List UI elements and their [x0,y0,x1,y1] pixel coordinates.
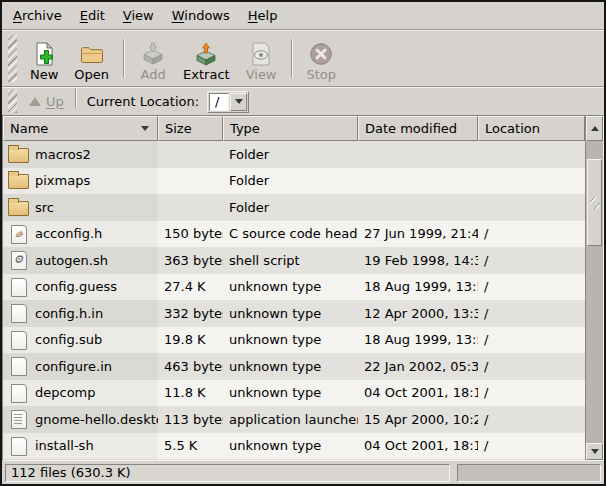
menu-windows[interactable]: Windows [163,2,239,29]
status-text: 112 files (630.3 K) [11,465,131,480]
file-size: 113 bytes [158,412,223,427]
sort-descending-arrow-icon [141,126,149,131]
file-location: / [478,359,585,374]
scrollbar-thumb[interactable] [587,159,602,246]
file-type: Folder [223,200,358,215]
file-size: 5.5 K [158,438,223,453]
file-name: config.sub [35,332,102,347]
new-archive-icon [32,42,56,66]
vertical-scrollbar[interactable] [585,116,603,460]
file-type: unknown type [223,385,358,400]
table-row[interactable]: macros2 Folder [3,141,585,168]
column-header-location[interactable]: Location [478,116,585,141]
file-location: / [478,253,585,268]
file-location: / [478,279,585,294]
view-button[interactable]: View [238,34,285,84]
file-type-icon [8,278,29,296]
column-header-type-label: Type [230,121,260,136]
file-date-modified: 18 Aug 1999, 13:53 [358,332,478,347]
locationbar-drag-handle[interactable] [8,90,17,113]
column-header-name-label: Name [10,121,48,136]
menu-help[interactable]: Help [239,2,287,29]
file-type-icon [8,304,29,322]
location-combo-entry[interactable]: / [209,93,229,111]
table-row[interactable]: pixmaps Folder [3,168,585,195]
file-type-icon [8,201,29,216]
file-location: / [478,306,585,321]
new-button[interactable]: New [22,34,66,84]
file-size: 363 bytes [158,253,223,268]
location-combo: / [207,91,249,113]
open-button[interactable]: Open [66,34,117,84]
menu-archive[interactable]: Archive [4,2,71,29]
add-to-archive-icon [141,42,165,66]
toolbar: New Open Add Extract View [2,31,604,86]
menu-help-label: elp [258,8,278,23]
table-row[interactable]: install-sh 5.5 K unknown type 04 Oct 200… [3,433,585,460]
table-row-partial[interactable] [3,459,585,460]
menu-edit[interactable]: Edit [71,2,114,29]
column-header-date-modified[interactable]: Date modified [358,116,478,141]
file-location: / [478,385,585,400]
file-type: unknown type [223,438,358,453]
file-name: install-sh [35,438,94,453]
table-row[interactable]: src Folder [3,194,585,221]
toolbar-separator [291,39,293,78]
file-date-modified: 04 Oct 2001, 18:12 [358,385,478,400]
file-location: / [478,438,585,453]
file-type: Folder [223,173,358,188]
file-size: 150 bytes [158,226,223,241]
open-button-label: Open [74,67,109,82]
file-type-icon [8,410,29,428]
file-type: C source code header [223,226,358,241]
stop-button[interactable]: Stop [299,34,345,84]
file-type-icon [8,225,29,243]
table-row[interactable]: autogen.sh 363 bytes shell script 19 Feb… [3,247,585,274]
grip-lines-icon [590,197,600,209]
file-date-modified: 12 Apr 2000, 13:36 [358,306,478,321]
table-row[interactable]: gnome-hello.desktop 113 bytes applicatio… [3,406,585,433]
column-header-size-label: Size [165,121,192,136]
toolbar-drag-handle[interactable] [8,35,17,82]
file-location: / [478,332,585,347]
file-type: Folder [223,147,358,162]
toolbar-separator [123,39,125,78]
column-header-size[interactable]: Size [158,116,223,141]
table-row[interactable]: config.sub 19.8 K unknown type 18 Aug 19… [3,327,585,354]
file-size: 27.4 K [158,279,223,294]
location-bar: Up Current Location: / [2,88,604,115]
scrollbar-down-button[interactable] [586,443,603,460]
table-row[interactable]: depcomp 11.8 K unknown type 04 Oct 2001,… [3,380,585,407]
menu-view[interactable]: View [114,2,163,29]
file-type-icon [8,174,29,189]
column-header-location-label: Location [485,121,540,136]
file-type: unknown type [223,359,358,374]
file-name: autogen.sh [35,253,108,268]
arrow-down-icon [591,449,599,454]
file-location: / [478,412,585,427]
table-row[interactable]: config.guess 27.4 K unknown type 18 Aug … [3,274,585,301]
location-combo-dropdown-button[interactable] [230,93,247,111]
file-name: depcomp [35,385,96,400]
menu-edit-label: dit [88,8,105,23]
column-header-date-label: Date modified [365,121,457,136]
archive-manager-window: Archive Edit View Windows Help New Open … [0,0,606,486]
file-size: 463 bytes [158,359,223,374]
table-row[interactable]: config.h.in 332 bytes unknown type 12 Ap… [3,300,585,327]
extract-button[interactable]: Extract [175,34,238,84]
scrollbar-up-button[interactable] [586,116,603,141]
column-header-name[interactable]: Name [3,116,158,141]
file-type-icon [8,437,29,455]
file-date-modified: 19 Feb 1998, 14:31 [358,253,478,268]
column-header-type[interactable]: Type [223,116,358,141]
table-row[interactable]: configure.in 463 bytes unknown type 22 J… [3,353,585,380]
up-button[interactable]: Up [22,91,71,112]
table-row[interactable]: acconfig.h 150 bytes C source code heade… [3,221,585,248]
file-type-icon [8,148,29,163]
add-button[interactable]: Add [131,34,175,84]
file-location: / [478,226,585,241]
chevron-down-icon [235,99,243,104]
new-button-label: New [30,67,58,82]
add-button-label: Add [141,67,166,82]
locationbar-separator [75,88,77,108]
